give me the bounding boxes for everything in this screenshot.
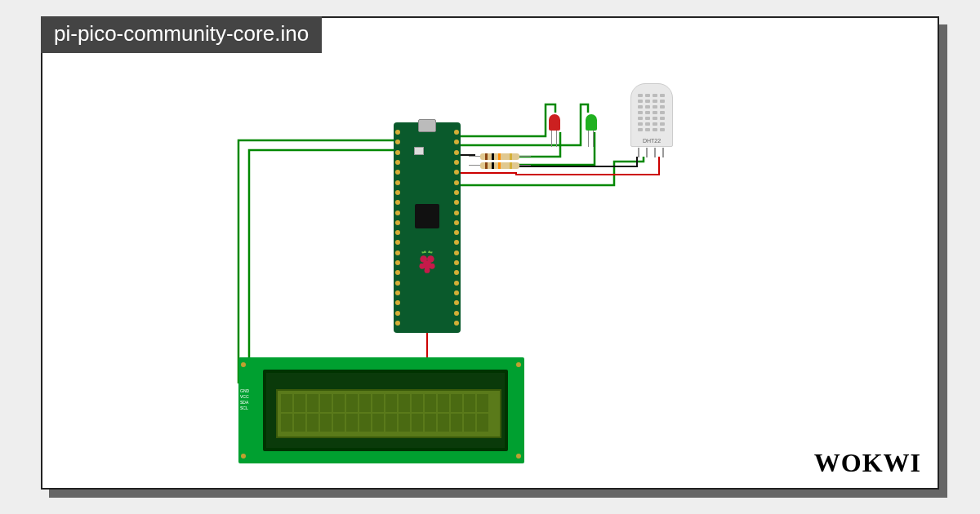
lcd-screen [276,389,501,438]
file-title: pi-pico-community-core.ino [41,16,322,53]
resistor-2[interactable] [480,162,519,169]
sensor-grille-icon [638,94,667,131]
wokwi-logo: WOKWI [814,448,921,478]
svg-point-3 [419,264,425,269]
dht22-pins [638,148,664,157]
lcd-frame [263,370,508,451]
lcd-1602[interactable]: GND VCC SDA SCL [238,357,524,463]
dht22-label: DHT22 [631,138,672,144]
pin-row-left [394,129,402,326]
circuit-canvas[interactable]: DHT22 GND VCC SDA SCL [42,51,941,475]
rp2040-chip-icon [415,204,439,228]
raspberry-logo-icon [416,249,438,275]
led-green[interactable] [586,114,597,131]
raspberry-pi-pico[interactable] [394,122,461,333]
bootsel-button[interactable] [414,147,424,155]
pin-row-right [452,129,461,326]
svg-point-4 [430,264,435,269]
resistor-1[interactable] [480,153,519,160]
dht22-sensor[interactable]: DHT22 [630,83,673,147]
usb-connector-icon [418,119,436,132]
led-red[interactable] [549,114,560,131]
canvas-frame: pi-pico-community-core.ino [41,16,939,490]
lcd-pin-labels: GND VCC SDA SCL [240,388,249,411]
svg-point-5 [425,268,430,273]
